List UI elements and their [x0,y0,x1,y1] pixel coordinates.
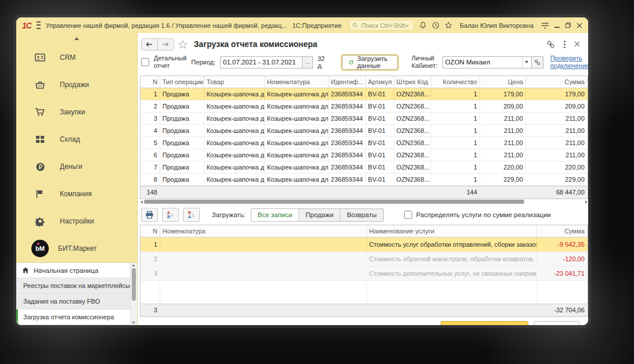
table-cell[interactable]: 236859344 [329,161,366,173]
favorites-star-icon[interactable] [445,21,452,30]
sidebar-item-warehouse[interactable]: Склад [16,126,137,153]
table-cell[interactable]: Продажа [160,125,204,136]
open-tab-commission-report[interactable]: Загрузка отчета комиссионера [16,309,130,325]
table-cell[interactable] [160,237,367,251]
home-page-tab[interactable]: Начальная страница [16,263,130,278]
notifications-bell-icon[interactable] [419,21,427,30]
table-cell[interactable]: BV-01 [366,113,394,124]
table-cell[interactable]: Козырек-шапочка дл... [265,125,329,136]
filter-sales[interactable]: Продажи [299,209,340,221]
table-cell[interactable]: 2 [141,100,160,112]
table-row[interactable]: 3Стоимость дополнительных услуг, не связ… [141,266,588,281]
table-cell[interactable] [160,266,367,280]
load-data-button[interactable]: Загрузить данные [342,55,398,70]
table-cell[interactable]: 211,00 [480,137,526,149]
table-row[interactable]: 2Стоимость обратной магистрали, обработк… [141,252,588,266]
open-tab-registries[interactable]: Реестры поставок на маркетплейсы [16,278,130,294]
table-cell[interactable]: 7 [141,161,160,173]
operations-table-hscrollbar[interactable] [140,200,588,204]
table-cell[interactable]: 211,00 [526,125,588,136]
filter-returns[interactable]: Возвраты [340,209,383,221]
table-cell[interactable]: Козырек-шапочка дл... [204,161,265,173]
table-cell[interactable]: Козырек-шапочка дл... [204,174,265,185]
table-cell[interactable]: Стоимость услуг обработки отправлений, с… [367,237,537,251]
table-cell[interactable]: Цена [480,76,526,88]
table-cell[interactable]: 209,00 [526,100,588,112]
table-cell[interactable]: 211,00 [526,149,588,161]
table-cell[interactable]: 220,00 [480,161,526,173]
table-cell[interactable]: OZN2368... [394,100,431,112]
table-cell[interactable]: 220,00 [526,161,588,173]
table-row[interactable]: 8ПродажаКозырек-шапочка дл...Козырек-шап… [141,174,588,186]
table-cell[interactable]: BV-01 [366,100,394,112]
table-cell[interactable]: Козырек-шапочка дл... [265,174,329,185]
table-cell[interactable]: BV-01 [366,88,394,100]
table-cell[interactable]: Товар [204,76,265,88]
table-cell[interactable]: Сумма [537,225,588,237]
table-cell[interactable]: -9 542,35 [537,237,588,251]
table-cell[interactable]: 211,00 [480,125,526,136]
cabinet-input[interactable] [443,57,522,68]
table-row[interactable]: 1ПродажаКозырек-шапочка дл...Козырек-шап… [141,88,588,100]
table-cell[interactable]: 4 [141,125,160,136]
sidebar-item-company[interactable]: Компания [16,181,137,208]
table-cell[interactable]: 1 [431,174,480,185]
table-cell[interactable]: Сумма [526,76,588,88]
table-cell[interactable]: Стоимость обратной магистрали, обработки… [367,252,537,266]
table-cell[interactable]: 211,00 [526,137,588,149]
get-link-icon[interactable] [546,40,555,49]
table-cell[interactable]: Тип операции [160,76,204,88]
table-cell[interactable]: 3 [141,266,160,280]
table-cell[interactable]: 1 [431,149,480,161]
table-cell[interactable]: 229,00 [480,174,526,185]
current-user[interactable]: Балан Юлия Викторовна [460,22,534,29]
table-cell[interactable]: Стоимость дополнительных услуг, не связа… [367,266,537,280]
table-cell[interactable]: OZN2368... [394,137,431,149]
main-menu-icon[interactable] [37,21,41,29]
cabinet-open-button[interactable] [531,57,543,68]
sidebar-tabs-scrollbar[interactable] [130,263,137,325]
table-cell[interactable]: 211,00 [526,113,588,124]
more-menu-icon[interactable] [564,41,565,48]
table-cell[interactable]: Номенклатура [160,225,367,237]
table-cell[interactable]: 1 [141,237,160,251]
sidebar-item-crm[interactable]: CRM [16,44,137,71]
sidebar-collapse-button[interactable] [16,33,137,44]
table-cell[interactable]: 236859344 [329,125,366,136]
table-cell[interactable]: Продажа [160,137,204,149]
sidebar-item-bit-market[interactable]: bM БИТ.Маркет [16,235,137,262]
table-cell[interactable]: Козырек-шапочка дл... [204,137,265,149]
table-cell[interactable]: OZN2368... [394,174,431,185]
table-cell[interactable]: 1 [431,125,480,136]
table-cell[interactable]: Продажа [160,113,204,124]
minimize-button[interactable] [554,21,560,30]
history-icon[interactable] [432,21,440,30]
period-picker-button[interactable]: ... [302,57,312,68]
table-row[interactable]: 3ПродажаКозырек-шапочка дл...Козырек-шап… [141,113,588,125]
table-header-row[interactable]: NТип операцииТоварНоменклатураИдентиф...… [141,76,588,88]
sidebar-item-purchases[interactable]: Закупки [16,98,137,125]
cabinet-dropdown-button[interactable] [522,57,531,68]
forward-button[interactable] [157,39,174,50]
table-cell[interactable]: OZN2368... [394,88,431,100]
scrollbar-thumb[interactable] [144,200,524,204]
table-cell[interactable]: Козырек-шапочка дл... [204,100,265,112]
table-cell[interactable]: 1 [431,113,480,124]
table-cell[interactable]: 236859344 [329,137,366,149]
close-form-icon[interactable] [574,41,580,47]
table-cell[interactable]: Козырек-шапочка дл... [265,113,329,124]
scrollbar-thumb[interactable] [132,268,136,301]
table-cell[interactable]: Продажа [160,174,204,185]
sort-ascending-button[interactable]: АЯ ↓ [162,208,179,222]
table-cell[interactable]: Артикул [366,76,394,88]
sidebar-item-settings[interactable]: Настройки [16,208,137,235]
table-cell[interactable]: 6 [141,149,160,161]
check-connection-link[interactable]: Проверить подключение [550,55,588,70]
table-cell[interactable]: Козырек-шапочка дл... [265,149,329,161]
table-cell[interactable]: 236859344 [329,174,366,185]
table-row[interactable]: 7ПродажаКозырек-шапочка дл...Козырек-шап… [141,161,588,174]
table-cell[interactable]: OZN2368... [394,113,431,124]
table-cell[interactable]: Козырек-шапочка дл... [204,113,265,124]
table-row[interactable]: 5ПродажаКозырек-шапочка дл...Козырек-шап… [141,137,588,149]
table-cell[interactable]: 211,00 [480,149,526,161]
